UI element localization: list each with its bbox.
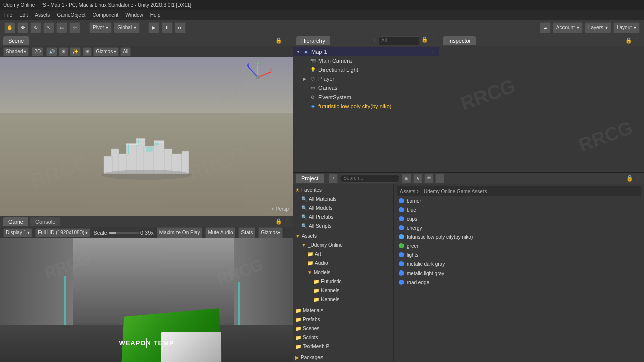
- hand-tool-btn[interactable]: ✋: [4, 22, 15, 33]
- move-tool-btn[interactable]: ✥: [17, 22, 28, 33]
- asset-item-lights[interactable]: lights: [397, 250, 641, 259]
- sky-btn[interactable]: ☀: [59, 47, 68, 56]
- inspector-tab[interactable]: Inspector: [443, 36, 476, 45]
- project-star-btn[interactable]: ★: [413, 174, 422, 183]
- scale-tool-btn[interactable]: ⤡: [43, 22, 54, 33]
- kennels2-item[interactable]: 📁 Kennels: [293, 295, 393, 304]
- kennels-item[interactable]: 📁 Kennels: [293, 286, 393, 295]
- resolution-dropdown[interactable]: Full HD (1920x1080) ▾: [35, 228, 90, 237]
- menu-item-help[interactable]: Help: [150, 12, 161, 18]
- game-menu-icon[interactable]: ⋮: [284, 218, 290, 225]
- audio-btn[interactable]: 🔊: [46, 47, 57, 56]
- maximize-btn[interactable]: Maximize On Play: [157, 227, 203, 238]
- menu-item-component[interactable]: Component: [93, 12, 119, 18]
- hierarchy-main-camera[interactable]: 📷 Main Camera: [293, 56, 439, 65]
- packages-item[interactable]: ▶ Packages: [293, 353, 393, 362]
- pause-btn[interactable]: ⏸: [162, 22, 173, 33]
- hierarchy-directional-light[interactable]: 💡 Directional Light: [293, 65, 439, 74]
- menu-item-assets[interactable]: Assets: [35, 12, 50, 18]
- hierarchy-eventsystem[interactable]: ⚙ EventSystem: [293, 93, 439, 102]
- step-btn[interactable]: ⏭: [175, 22, 186, 33]
- udemy-assets-item[interactable]: ▼ _Udemy Online: [293, 240, 393, 249]
- all-prefabs-item[interactable]: 🔍 All Prefabs: [293, 212, 393, 221]
- display-dropdown[interactable]: Display 1 ▾: [3, 228, 32, 237]
- layout-dropdown[interactable]: Layout ▾: [613, 22, 640, 33]
- transform-tool-btn[interactable]: ⊹: [69, 22, 80, 33]
- mute-btn[interactable]: Mute Audio: [205, 227, 235, 238]
- shading-dropdown[interactable]: Shaded ▾: [3, 47, 29, 56]
- audio-item[interactable]: 📁 Audio: [293, 258, 393, 267]
- hierarchy-player[interactable]: ▶ ⬡ Player: [293, 74, 439, 83]
- scene-tab[interactable]: Scene: [3, 36, 29, 45]
- project-filter-btn[interactable]: ⊞: [402, 174, 411, 183]
- all-materials-item[interactable]: 🔍 All Materials: [293, 194, 393, 203]
- asset-item-road-edge[interactable]: road edge: [397, 278, 641, 287]
- scene-gizmos-btn[interactable]: Gizmos ▾: [93, 47, 119, 56]
- play-btn[interactable]: ▶: [148, 22, 159, 33]
- asset-item-green[interactable]: green: [397, 241, 641, 250]
- favorites-section[interactable]: ★ Favorites: [293, 185, 393, 194]
- pivot-dropdown[interactable]: Pivot ▾: [89, 22, 112, 33]
- asset-item-metalic-dark-gray[interactable]: metalic dark gray: [397, 259, 641, 268]
- asset-item-metalic-light-gray[interactable]: metalic light gray: [397, 268, 641, 278]
- scene-lock-icon[interactable]: 🔒: [275, 37, 282, 44]
- layers-dropdown[interactable]: Layers ▾: [585, 22, 611, 33]
- stats-btn[interactable]: Stats: [238, 227, 255, 238]
- cloud-btn[interactable]: ☁: [540, 22, 551, 33]
- project-dots-btn[interactable]: ⋯: [435, 174, 444, 183]
- all-scripts-item[interactable]: 🔍 All Scripts: [293, 221, 393, 230]
- rect-tool-btn[interactable]: ▭: [56, 22, 67, 33]
- menu-item-edit[interactable]: Edit: [19, 12, 28, 18]
- all-models-item[interactable]: 🔍 All Models: [293, 203, 393, 212]
- scene-canvas[interactable]: RRCG RRCG RRCG RRCG: [0, 57, 293, 216]
- materials-item[interactable]: 📁 Materials: [293, 306, 393, 315]
- menu-item-gameobject[interactable]: GameObject: [57, 12, 85, 18]
- hierarchy-map1[interactable]: ▼ ◆ Map 1 ⋮: [293, 47, 439, 56]
- hierarchy-futuristic-city[interactable]: ◈ futuristic low poly city(by niko): [293, 102, 439, 111]
- asset-item-energy[interactable]: energy: [397, 223, 641, 232]
- hierarchy-lock-icon[interactable]: 🔒: [421, 36, 428, 45]
- scene-menu-icon[interactable]: ⋮: [284, 37, 290, 44]
- asset-item-barrier[interactable]: barrier: [397, 196, 641, 205]
- grid-btn[interactable]: ⊞: [83, 47, 92, 56]
- map1-menu-icon[interactable]: ⋮: [430, 49, 436, 55]
- textmesh-item[interactable]: 📁 TextMesh P: [293, 342, 393, 351]
- hierarchy-menu-icon[interactable]: ⋮: [430, 36, 436, 45]
- inspector-menu-icon[interactable]: ⋮: [634, 37, 640, 44]
- hierarchy-canvas[interactable]: ▭ Canvas: [293, 83, 439, 93]
- scene-all-btn[interactable]: All: [120, 47, 131, 56]
- fx-btn[interactable]: ✨: [70, 47, 81, 56]
- project-menu-icon[interactable]: ⋮: [635, 175, 641, 182]
- hierarchy-add-icon[interactable]: +: [373, 36, 377, 45]
- game-tab[interactable]: Game: [3, 217, 28, 226]
- scenes-item[interactable]: 📁 Scenes: [293, 324, 393, 333]
- inspector-lock-icon[interactable]: 🔒: [625, 37, 632, 44]
- assets-root-item[interactable]: ▼ Assets: [293, 231, 393, 240]
- models-item[interactable]: ▼ Models: [293, 267, 393, 277]
- global-dropdown[interactable]: Global ▾: [114, 22, 140, 33]
- scale-slider[interactable]: [109, 232, 139, 234]
- project-lock-icon[interactable]: 🔒: [626, 175, 633, 182]
- futuristic-item[interactable]: 📁 Futuristic: [293, 277, 393, 286]
- art-item[interactable]: 📁 Art: [293, 249, 393, 258]
- menu-item-file[interactable]: File: [4, 12, 12, 18]
- project-eye-btn[interactable]: 👁: [424, 174, 433, 183]
- game-canvas[interactable]: RRCG RRCG WEAPON TEMP: [0, 238, 293, 362]
- 2d-toggle[interactable]: 2D: [32, 47, 43, 56]
- project-search-input[interactable]: [340, 174, 400, 183]
- game-lock-icon[interactable]: 🔒: [275, 218, 282, 225]
- asset-item-blue[interactable]: blue: [397, 205, 641, 214]
- console-tab[interactable]: Console: [30, 217, 60, 226]
- asset-item-futuristic-low-poly-city(by-niko)[interactable]: futuristic low poly city(by niko): [397, 232, 641, 241]
- project-tab[interactable]: Project: [296, 174, 324, 183]
- menu-item-window[interactable]: Window: [125, 12, 143, 18]
- account-dropdown[interactable]: Account ▾: [553, 22, 583, 33]
- hierarchy-tab[interactable]: Hierarchy: [296, 36, 330, 45]
- asset-item-cups[interactable]: cups: [397, 214, 641, 223]
- game-gizmos-btn[interactable]: Gizmos ▾: [258, 227, 283, 238]
- project-add-btn[interactable]: +: [329, 174, 338, 183]
- hierarchy-search-input[interactable]: [379, 36, 419, 45]
- scripts-item[interactable]: 📁 Scripts: [293, 333, 393, 342]
- rotate-tool-btn[interactable]: ↻: [30, 22, 41, 33]
- prefabs-item[interactable]: 📁 Prefabs: [293, 315, 393, 324]
